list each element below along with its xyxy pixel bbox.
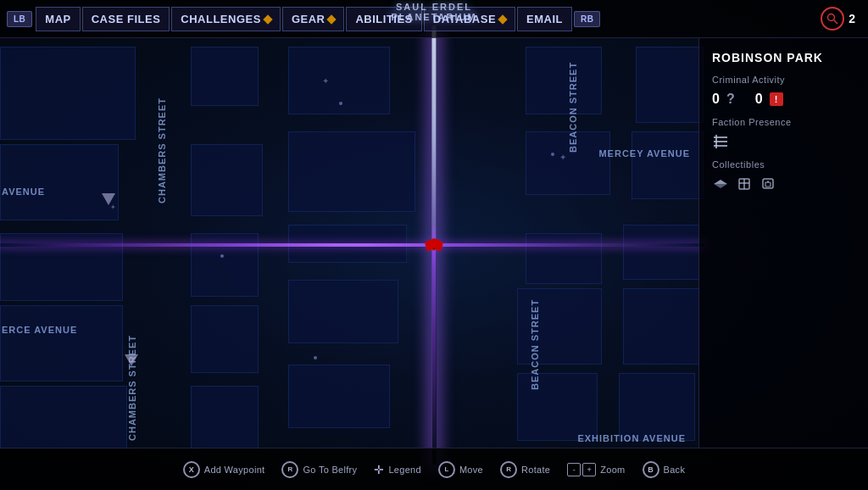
street-beacon-top: Beacon Street	[568, 68, 578, 153]
bottom-action-bar: X Add Waypoint R Go To Belfry ✛ Legend L…	[0, 448, 868, 490]
legend-label: Legend	[388, 465, 421, 475]
l-button-move: L	[438, 461, 455, 478]
panel-location: ROBINSON PARK	[712, 51, 855, 64]
svg-line-4	[834, 20, 838, 25]
nav-email[interactable]: EMAIL	[517, 7, 572, 31]
nav-gear[interactable]: GEAR	[282, 7, 345, 31]
horizontal-beam	[0, 243, 704, 247]
rotate-label: Rotate	[521, 465, 550, 475]
r-button-rotate: R	[500, 461, 517, 478]
go-belfry-label: Go To Belfry	[303, 465, 357, 475]
street-erce: erce Avenue	[2, 325, 77, 335]
zoom-label: Zoom	[600, 465, 625, 475]
batarang-icon	[712, 176, 729, 192]
alert-icon: !	[770, 92, 783, 106]
rotate-action[interactable]: R Rotate	[500, 461, 550, 478]
criminal-count-2: 0	[755, 92, 763, 107]
nav-map[interactable]: MAP	[36, 7, 80, 31]
move-action[interactable]: L Move	[438, 461, 483, 478]
waypoint-1	[102, 193, 115, 205]
player-marker	[425, 238, 443, 252]
move-label: Move	[459, 465, 483, 475]
criminal-count-1: 0	[712, 92, 720, 107]
question-icon: ?	[726, 92, 735, 107]
challenges-diamond	[263, 14, 272, 24]
street-mercey: Mercey Avenue	[598, 148, 690, 159]
street-chambers-top: Chambers Street	[157, 102, 167, 203]
street-avenue-left: Avenue	[2, 187, 45, 197]
shield-icon	[760, 176, 776, 192]
trophy-icon	[736, 176, 753, 192]
waypoint-2	[125, 354, 138, 366]
zoom-out-icon: -	[567, 463, 581, 476]
add-waypoint-action[interactable]: X Add Waypoint	[183, 461, 265, 478]
plus-icon: ✛	[374, 464, 384, 476]
street-beacon-bot: Beacon Street	[530, 288, 540, 390]
criminal-activity-row: 0 ? 0 !	[712, 92, 855, 107]
gear-diamond	[327, 14, 337, 24]
b-button: B	[643, 461, 659, 478]
location-title: SAUL ERDEL PLANETARIUM	[391, 0, 476, 22]
nav-case-files[interactable]: CASE FILES	[82, 7, 170, 31]
lb-button[interactable]: LB	[7, 11, 32, 27]
zoom-action[interactable]: - + Zoom	[567, 463, 625, 476]
street-exhibition: Exhibition Avenue	[577, 433, 686, 443]
x-button: X	[183, 461, 200, 478]
search-button[interactable]: 2	[821, 7, 855, 31]
svg-point-0	[426, 240, 442, 250]
database-diamond	[498, 14, 507, 24]
street-chambers-bot: Chambers Street	[127, 331, 137, 441]
faction-label: Faction Presence	[712, 117, 855, 127]
search-count: 2	[849, 12, 855, 25]
right-panel: ROBINSON PARK Criminal Activity 0 ? 0 ! …	[698, 38, 868, 448]
legend-action[interactable]: ✛ Legend	[374, 464, 421, 476]
search-icon	[821, 7, 844, 31]
back-action[interactable]: B Back	[643, 461, 686, 478]
svg-point-3	[828, 14, 835, 21]
add-waypoint-label: Add Waypoint	[204, 465, 265, 475]
svg-marker-2	[429, 240, 439, 244]
back-label: Back	[664, 465, 686, 475]
faction-icons-row	[712, 134, 855, 149]
rb-button[interactable]: RB	[574, 11, 600, 27]
faction-icon	[712, 134, 729, 149]
nav-challenges[interactable]: CHALLENGES	[171, 7, 281, 31]
criminal-activity-label: Criminal Activity	[712, 75, 855, 85]
r-button-belfry: R	[281, 461, 298, 478]
zoom-in-icon: +	[582, 463, 596, 476]
collectibles-label: Collectibles	[712, 159, 855, 170]
svg-point-1	[429, 242, 439, 248]
top-navigation: LB MAP CASE FILES CHALLENGES GEAR ABILIT…	[0, 0, 868, 38]
go-belfry-action[interactable]: R Go To Belfry	[281, 461, 357, 478]
zoom-buttons: - +	[567, 463, 596, 476]
collectibles-icons-row	[712, 176, 855, 192]
